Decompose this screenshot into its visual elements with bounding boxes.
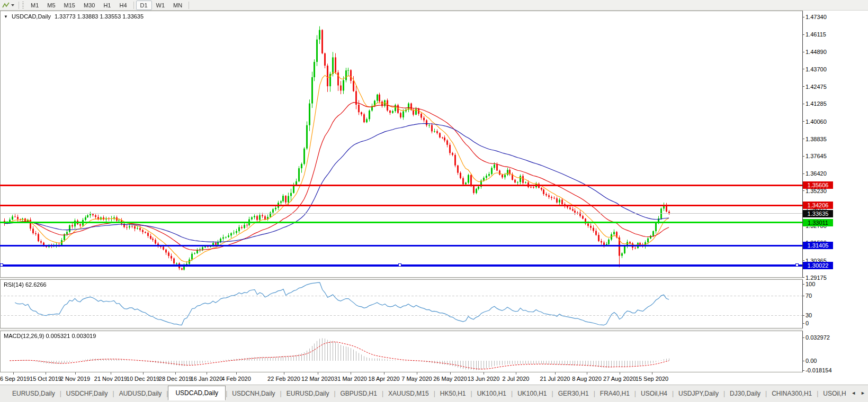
price-axis-tick [802,173,804,174]
price-axis-tick [802,17,804,17]
date-axis-tick [75,372,76,374]
macd-canvas[interactable] [0,331,802,372]
chart-tab-ger30-h1[interactable]: GER30,H1 [553,388,594,399]
price-level-badge: 1.34206 [803,202,833,209]
rsi-axis-tick [802,296,804,296]
toolbar-separator [133,2,134,9]
price-axis-label: 1.37645 [806,153,827,159]
price-level-badge: 1.33011 [803,219,833,226]
date-axis-tick [652,372,652,374]
date-axis-tick [351,372,351,374]
rsi-axis-label: 70 [806,293,812,299]
date-axis-label: 31 Mar 2020 [334,376,367,382]
price-axis-tick [802,52,804,52]
line-selection-handle[interactable] [795,263,799,267]
chart-tab-audusd-daily[interactable]: AUDUSD,Daily [114,388,167,399]
chart-tab-eurusd-daily[interactable]: EURUSD,Daily [7,388,60,399]
date-axis-tick [450,372,451,374]
chart-tab-bar: EURUSD,Daily|USDCHF,Daily|AUDUSD,Daily|U… [0,385,868,402]
date-axis-tick [284,372,284,374]
timeframe-button-m5[interactable]: M5 [43,1,59,10]
date-axis-label: 7 May 2020 [401,376,432,382]
timeframe-button-m15[interactable]: M15 [60,1,79,10]
chart-tab-uk100-h1[interactable]: UK100,H1 [472,388,511,399]
chart-tab-usoil-h[interactable]: USOil,H [818,388,851,399]
date-axis-tick [384,372,384,374]
chart-tab-china300-h1[interactable]: CHINA300,H1 [767,388,817,399]
timeframe-button-d1[interactable]: D1 [136,1,152,10]
price-axis-tick [802,34,804,35]
line-selection-handle[interactable] [0,263,3,267]
resistance-line[interactable] [0,205,802,206]
price-axis-tick [802,69,804,69]
price-level-badge: 1.31405 [803,242,833,249]
panel-resize-separator[interactable] [0,328,803,331]
chart-tab-xauusd-m15[interactable]: XAUUSD,M15 [383,388,434,399]
macd-axis-tick [802,337,804,338]
pointer-tool-icon[interactable] [1,2,11,9]
panel-resize-separator[interactable] [0,278,803,279]
date-axis-tick [516,372,516,374]
price-level-badge: 1.35606 [803,181,833,189]
timeframe-button-h1[interactable]: H1 [99,1,115,10]
chart-tab-gbpusd-h1[interactable]: GBPUSD,H1 [336,388,382,399]
macd-axis-label: 0.00 [806,358,817,364]
dropdown-caret-icon[interactable] [11,4,14,6]
timeframe-button-mn[interactable]: MN [169,1,186,10]
macd-axis-tick [802,361,804,361]
resistance-line[interactable] [0,185,802,186]
chart-tab-fra40-h1[interactable]: FRA40,H1 [595,388,634,399]
chart-tab-eurusd-daily[interactable]: EURUSD,Daily [282,388,334,399]
price-axis-tick [802,121,804,122]
tab-scroll-right-icon[interactable]: ► [861,390,865,396]
candlestick-canvas[interactable] [0,11,802,277]
date-axis-tick [143,372,144,374]
date-axis-label: 18 Apr 2020 [368,376,399,382]
chart-symbol-label: USDCAD,Daily [12,13,51,20]
timeframe-button-h4[interactable]: H4 [115,1,131,10]
date-axis-label: 27 Aug 2020 [603,376,636,382]
chart-ohlc-values: 1.33773 1.33883 1.33553 1.33635 [55,13,144,20]
chart-title: ▼ USDCAD,Daily 1.33773 1.33883 1.33553 1… [4,13,144,20]
rsi-axis-tick [802,323,804,324]
timeframe-button-m30[interactable]: M30 [79,1,99,10]
chart-tab-uk100-h1[interactable]: UK100,H1 [513,388,551,399]
date-axis-label: 15 Oct 2019 [30,376,61,382]
chart-tab-usdcnh-daily[interactable]: USDCNH,Daily [227,388,280,399]
collapse-triangle-icon[interactable]: ▼ [4,14,8,19]
date-axis-tick [484,372,484,374]
price-axis-label: 1.29175 [806,275,827,281]
date-axis-label: 26 Sep 2019 [0,376,30,382]
date-axis-label: 13 Jun 2020 [468,376,500,382]
rsi-canvas[interactable] [0,280,802,328]
date-axis-label: 28 Dec 2019 [159,376,192,382]
current-price-line[interactable] [0,213,802,214]
chart-tab-hk50-h1[interactable]: HK50,H1 [435,388,471,399]
price-axis-tick [802,260,804,261]
date-axis-tick [318,372,318,374]
line-selection-handle[interactable] [398,263,401,267]
support-line[interactable] [0,222,802,223]
support-line[interactable] [0,245,802,246]
date-axis[interactable]: 26 Sep 201915 Oct 20192 Nov 201921 Nov 2… [0,372,868,385]
rsi-axis-tick [802,284,804,285]
zigzag-icon [2,2,10,8]
date-axis-label: 8 Aug 2020 [572,376,602,382]
timeframe-button-m1[interactable]: M1 [26,1,43,10]
toolbar-grip-handle[interactable] [22,2,24,8]
chart-tab-dj30-daily[interactable]: DJ30,Daily [725,388,765,399]
date-axis-tick [46,372,46,374]
date-axis-label: 10 Dec 2019 [127,376,159,382]
price-level-badge: 1.33635 [803,210,833,217]
rsi-axis-label: 30 [806,312,812,318]
date-axis-label: 2 Jul 2020 [503,376,530,382]
timeframe-button-w1[interactable]: W1 [152,1,169,10]
tab-scroll-left-icon[interactable]: ◄ [851,390,856,396]
chart-tab-usoil-h4[interactable]: USOil,H4 [636,388,672,399]
chart-tab-usdcad-daily[interactable]: USDCAD,Daily [168,386,226,400]
date-axis-tick [620,372,620,374]
chart-tab-usdjpy-daily[interactable]: USDJPY,Daily [674,388,723,399]
chart-tab-usdchf-daily[interactable]: USDCHF,Daily [61,388,113,399]
price-axis-tick [802,277,804,278]
date-axis-label: 21 Jul 2020 [540,376,570,382]
